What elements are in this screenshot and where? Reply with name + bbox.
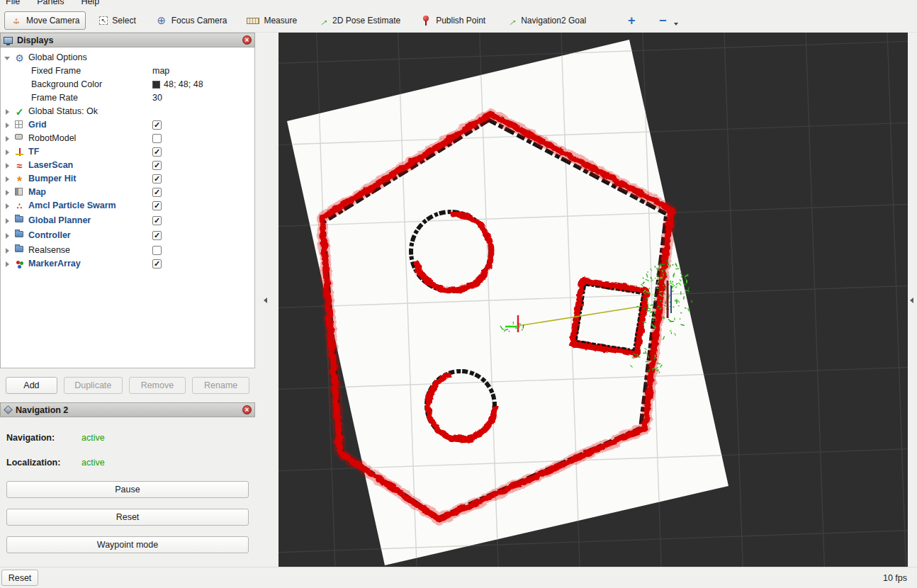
publish-point-tool[interactable]: Publish Point bbox=[414, 11, 492, 30]
tree-row-frame-rate[interactable]: Frame Rate 30 bbox=[1, 91, 254, 105]
visibility-checkbox[interactable] bbox=[152, 174, 162, 183]
grid-display-icon bbox=[15, 120, 23, 128]
expander-icon[interactable] bbox=[6, 149, 9, 155]
menu-file[interactable]: File bbox=[4, 0, 21, 7]
focus-camera-icon bbox=[156, 15, 167, 26]
pose-estimate-tool[interactable]: 2D Pose Estimate bbox=[310, 11, 407, 30]
expander-icon[interactable] bbox=[6, 163, 9, 169]
move-camera-tool[interactable]: Move Camera bbox=[4, 11, 86, 30]
visibility-checkbox[interactable] bbox=[152, 147, 162, 157]
expander-icon[interactable] bbox=[6, 190, 9, 196]
right-splitter[interactable] bbox=[908, 33, 917, 567]
display-label: Global Planner bbox=[28, 215, 91, 225]
remove-tool-button[interactable] bbox=[651, 11, 685, 30]
display-row-global-planner[interactable]: Global Planner bbox=[1, 214, 254, 227]
navigation-status-value: active bbox=[81, 433, 105, 445]
tool-label: Navigation2 Goal bbox=[521, 16, 586, 26]
display-row-map[interactable]: Map bbox=[1, 186, 254, 199]
visibility-checkbox[interactable] bbox=[152, 120, 162, 130]
tree-row-global-options[interactable]: Global Options bbox=[1, 51, 254, 64]
navigation2-panel-header[interactable]: Navigation 2 × bbox=[0, 402, 255, 417]
left-panel-column: Displays × Global Options Fixed Frame ma… bbox=[0, 33, 255, 567]
tool-label: Select bbox=[112, 16, 135, 26]
display-row-markerarray[interactable]: MarkerArray bbox=[1, 257, 254, 271]
expander-icon[interactable] bbox=[6, 109, 9, 115]
display-row-robotmodel[interactable]: RobotModel bbox=[1, 132, 254, 145]
measure-tool[interactable]: Measure bbox=[240, 12, 303, 29]
laserscan-display-icon bbox=[15, 161, 24, 170]
display-row-realsense[interactable]: Realsense bbox=[1, 244, 254, 257]
waypoint-mode-button[interactable]: Waypoint mode bbox=[6, 536, 249, 553]
expander-icon[interactable] bbox=[4, 57, 10, 60]
displays-close-button[interactable]: × bbox=[242, 35, 252, 45]
robot-display-icon bbox=[15, 134, 23, 140]
nav2-goal-tool[interactable]: Navigation2 Goal bbox=[499, 11, 592, 30]
display-row-amcl[interactable]: Amcl Particle Swarm bbox=[1, 199, 254, 213]
visibility-checkbox[interactable] bbox=[152, 259, 162, 268]
focus-camera-tool[interactable]: Focus Camera bbox=[150, 11, 234, 30]
display-label: Map bbox=[28, 187, 46, 197]
visibility-checkbox[interactable] bbox=[152, 188, 162, 197]
render-viewport[interactable] bbox=[279, 33, 908, 567]
panel-splitter[interactable] bbox=[255, 33, 279, 567]
display-label: Controller bbox=[28, 230, 71, 240]
reset-time-button[interactable]: Reset bbox=[1, 570, 38, 586]
fixed-frame-value[interactable]: map bbox=[152, 66, 169, 76]
tree-row-background-color[interactable]: Background Color 48; 48; 48 bbox=[1, 78, 254, 91]
visibility-checkbox[interactable] bbox=[152, 216, 162, 225]
navigation2-buttons: Pause Reset Waypoint mode bbox=[6, 481, 249, 553]
visibility-checkbox[interactable] bbox=[152, 246, 162, 255]
navigation-status-row: Navigation: active bbox=[6, 433, 249, 445]
3d-scene[interactable] bbox=[279, 33, 908, 567]
collapse-left-icon[interactable] bbox=[264, 298, 267, 303]
add-button[interactable]: Add bbox=[6, 377, 57, 394]
pause-button[interactable]: Pause bbox=[6, 481, 249, 498]
visibility-checkbox[interactable] bbox=[152, 134, 162, 143]
status-ok-icon bbox=[15, 107, 24, 116]
expander-icon[interactable] bbox=[6, 176, 9, 182]
add-tool-button[interactable] bbox=[619, 11, 643, 30]
expander-icon[interactable] bbox=[6, 123, 9, 128]
tool-label: Measure bbox=[264, 16, 297, 26]
tree-row-fixed-frame[interactable]: Fixed Frame map bbox=[1, 64, 254, 78]
display-label: LaserScan bbox=[28, 160, 73, 170]
visibility-checkbox[interactable] bbox=[152, 201, 162, 210]
row-label: Background Color bbox=[31, 79, 102, 89]
expander-icon[interactable] bbox=[6, 136, 9, 142]
expander-icon[interactable] bbox=[6, 248, 9, 254]
display-row-bumper-hit[interactable]: Bumper Hit bbox=[1, 172, 254, 186]
displays-panel-header[interactable]: Displays × bbox=[0, 33, 255, 47]
expander-icon[interactable] bbox=[6, 203, 9, 209]
display-row-tf[interactable]: TF bbox=[1, 145, 254, 159]
navigation-status-label: Navigation: bbox=[6, 433, 81, 445]
expander-icon[interactable] bbox=[6, 261, 9, 267]
frame-rate-value[interactable]: 30 bbox=[152, 93, 162, 103]
amcl-display-icon bbox=[15, 201, 24, 210]
display-row-laserscan[interactable]: LaserScan bbox=[1, 159, 254, 172]
reset-nav-button[interactable]: Reset bbox=[6, 509, 249, 526]
navigation2-panel-body: Navigation: active Localization: active … bbox=[0, 417, 255, 553]
display-row-controller[interactable]: Controller bbox=[1, 229, 254, 242]
chevron-down-icon bbox=[674, 23, 678, 26]
visibility-checkbox[interactable] bbox=[152, 231, 162, 240]
fps-counter: 10 fps bbox=[883, 573, 907, 583]
tool-label: Move Camera bbox=[26, 16, 79, 26]
menu-help[interactable]: Help bbox=[79, 0, 101, 7]
navigation2-close-button[interactable]: × bbox=[242, 405, 252, 414]
expander-icon[interactable] bbox=[6, 233, 9, 239]
rename-button: Rename bbox=[192, 377, 249, 394]
background-color-value[interactable]: 48; 48; 48 bbox=[152, 79, 203, 89]
minus-icon bbox=[657, 15, 668, 26]
expander-icon[interactable] bbox=[6, 218, 9, 224]
navigation2-icon bbox=[4, 405, 13, 414]
tree-row-global-status[interactable]: Global Status: Ok bbox=[1, 105, 254, 118]
collapse-right-icon[interactable] bbox=[910, 298, 913, 303]
select-tool[interactable]: Select bbox=[93, 12, 142, 29]
measure-icon bbox=[247, 18, 259, 24]
folder-icon bbox=[15, 216, 23, 222]
menu-panels[interactable]: Panels bbox=[35, 0, 65, 7]
display-row-grid[interactable]: Grid bbox=[1, 118, 254, 132]
row-label: Fixed Frame bbox=[31, 66, 81, 76]
color-swatch bbox=[152, 81, 160, 89]
visibility-checkbox[interactable] bbox=[152, 161, 162, 170]
